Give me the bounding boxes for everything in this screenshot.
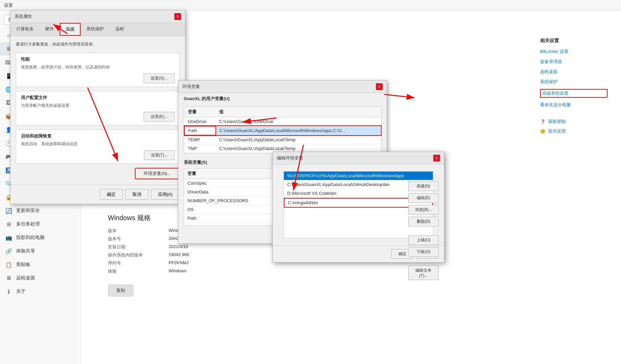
list-item[interactable]: %USERPROFILE%\AppData\Local\Microsoft\Wi… xyxy=(284,172,433,180)
table-row[interactable]: OneDrive C:\Users\GuanXL\OneDrive xyxy=(184,117,381,126)
sidebar-item-remote[interactable]: 🖥 远程桌面 xyxy=(0,271,81,285)
browse-button[interactable]: 浏览(B)... xyxy=(408,205,439,215)
sysprops-dialog: 系统属性 × 计算机名 硬件 高级 系统保护 远程 要进行大多数更改，你必须作为… xyxy=(10,10,185,204)
performance-desc: 视觉效果，处理器计划，内存使用，以及虚拟内存 xyxy=(21,64,175,70)
envvars-titlebar: 环境变量 × xyxy=(178,81,387,93)
help-label: 获取帮助 xyxy=(548,119,566,125)
sidebar-item-label: 投影到此电脑 xyxy=(16,235,45,241)
help-link[interactable]: ❓ 获取帮助 xyxy=(540,119,608,125)
admin-notice: 要进行大多数更改，你必须作为管理员登录。 xyxy=(16,41,180,47)
feedback-label: 提供反馈 xyxy=(548,128,566,134)
user-vars-col-name: 变量 xyxy=(184,107,216,117)
sysprops-title: 系统属性 xyxy=(14,13,32,20)
new-button[interactable]: 新建(N) xyxy=(408,181,439,191)
user-vars-table: 变量 值 OneDrive C:\Users\GuanXL\OneDrive P… xyxy=(184,107,381,153)
remote-desktop-link[interactable]: 远程桌面 xyxy=(540,69,608,75)
user-profiles-section: 用户配置文件 与登录帐户相关的桌面设置 设置(E)... xyxy=(16,91,180,125)
remote-icon: 🖥 xyxy=(5,275,12,281)
top-bar: 设置 xyxy=(0,0,621,11)
copy-button[interactable]: 复制 xyxy=(108,284,134,297)
user-vars-title: GuanXL 的用户变量(U) xyxy=(178,93,387,103)
sysprops-apply-button[interactable]: 应用(A) xyxy=(151,189,180,200)
user-profiles-desc: 与登录帐户相关的桌面设置 xyxy=(21,103,175,109)
sidebar-item-label: 体验共享 xyxy=(16,248,35,254)
editenv-titlebar: 编辑环境变量 × xyxy=(273,152,444,164)
sysprops-tabs: 计算机名 硬件 高级 系统保护 远程 xyxy=(10,23,185,36)
about-icon: ℹ xyxy=(5,288,12,295)
sidebar-item-multitask[interactable]: ⊞ 多任务处理 xyxy=(0,217,81,231)
share-icon: 🔗 xyxy=(5,248,12,254)
update-icon: 🔄 xyxy=(5,207,12,214)
rename-pc-link[interactable]: 重命名这台电脑 xyxy=(540,102,608,108)
user-vars-col-value: 值 xyxy=(216,107,381,117)
table-row[interactable]: TEMP C:\Users\GuanXL\AppData\Local\Temp xyxy=(184,135,381,144)
startup-settings-button[interactable]: 设置(T)... xyxy=(144,150,175,160)
tab-advanced[interactable]: 高级 xyxy=(60,23,81,36)
app-title: 设置 xyxy=(4,2,13,8)
user-profiles-title: 用户配置文件 xyxy=(21,95,175,101)
feedback-link[interactable]: 😊 提供反馈 xyxy=(540,128,608,134)
editenv-body: %USERPROFILE%\AppData\Local\Microsoft\Wi… xyxy=(273,164,444,245)
related-settings: 相关设置 BitLocker 设置 设备管理器 远程桌面 系统保护 高级系统设置… xyxy=(540,38,608,138)
startup-desc: 系统启动、系统故障和调试信息 xyxy=(21,141,175,147)
delete-button[interactable]: 删除(D) xyxy=(408,217,439,226)
feedback-icon: 😊 xyxy=(540,129,545,134)
sidebar-item-label: 剪贴板 xyxy=(16,262,30,268)
move-down-button[interactable]: 下移(O) xyxy=(408,247,439,257)
tab-hardware[interactable]: 硬件 xyxy=(39,23,60,36)
editenv-dialog: 编辑环境变量 × %USERPROFILE%\AppData\Local\Mic… xyxy=(272,152,444,263)
sidebar-item-label: 远程桌面 xyxy=(16,275,35,281)
tab-computer-name[interactable]: 计算机名 xyxy=(10,23,39,36)
related-settings-title: 相关设置 xyxy=(540,38,608,44)
tab-system-protection[interactable]: 系统保护 xyxy=(81,23,110,36)
startup-title: 启动和故障恢复 xyxy=(21,133,175,139)
bitlocker-link[interactable]: BitLocker 设置 xyxy=(540,49,608,55)
startup-section: 启动和故障恢复 系统启动、系统故障和调试信息 设置(T)... xyxy=(16,129,180,164)
sidebar-item-update[interactable]: 🔄 更新和安全 xyxy=(0,204,81,217)
sysprops-body: 要进行大多数更改，你必须作为管理员登录。 性能 视觉效果，处理器计划，内存使用，… xyxy=(10,36,185,185)
table-row-path[interactable]: Path C:\Users\GuanXL\AppData\Local\Micro… xyxy=(184,126,381,135)
move-up-button[interactable]: 上移(U) xyxy=(408,235,439,245)
user-profiles-settings-button[interactable]: 设置(E)... xyxy=(144,112,175,122)
sysprops-ok-button[interactable]: 确定 xyxy=(100,189,123,200)
sidebar-item-label: 关于 xyxy=(16,289,26,295)
sidebar-item-label: 更新和安全 xyxy=(16,208,40,214)
sysprops-cancel-button[interactable]: 取消 xyxy=(125,189,148,200)
sidebar-item-clipboard[interactable]: 📋 剪贴板 xyxy=(0,258,81,271)
project-icon: 📺 xyxy=(5,234,12,241)
user-vars-table-container: 变量 值 OneDrive C:\Users\GuanXL\OneDrive P… xyxy=(184,107,381,153)
advanced-settings-link[interactable]: 高级系统设置 xyxy=(540,89,608,98)
clipboard-icon: 📋 xyxy=(5,261,12,268)
help-icon: ❓ xyxy=(540,119,545,124)
sidebar-item-project[interactable]: 📺 投影到此电脑 xyxy=(0,231,81,244)
sysprops-close-button[interactable]: × xyxy=(174,13,181,20)
multitask-icon: ⊞ xyxy=(5,221,12,228)
performance-section: 性能 视觉效果，处理器计划，内存使用，以及虚拟内存 设置(S)... xyxy=(16,53,180,87)
editenv-close-button[interactable]: × xyxy=(433,155,440,161)
sidebar-item-label: 多任务处理 xyxy=(16,221,40,227)
envvars-title: 环境变量 xyxy=(182,84,200,90)
edit-text-button[interactable]: 编辑文本(T)... xyxy=(408,266,439,280)
sidebar-item-share[interactable]: 🔗 体验共享 xyxy=(0,244,81,258)
envvars-close-button[interactable]: × xyxy=(376,83,383,90)
sysprops-buttons: 确定 取消 应用(A) xyxy=(100,189,180,200)
editenv-title: 编辑环境变量 xyxy=(277,155,303,161)
env-vars-button[interactable]: 环境变量(N)... xyxy=(135,168,180,179)
tab-remote[interactable]: 远程 xyxy=(110,23,130,36)
performance-title: 性能 xyxy=(21,56,175,62)
sysprops-bottom: 确定 取消 应用(A) xyxy=(10,185,185,204)
performance-settings-button[interactable]: 设置(S)... xyxy=(144,73,175,83)
device-manager-link[interactable]: 设备管理器 xyxy=(540,59,608,65)
sidebar-item-about[interactable]: ℹ 关于 xyxy=(0,285,81,298)
edit-button[interactable]: 编辑(E) xyxy=(408,193,439,203)
system-protection-link[interactable]: 系统保护 xyxy=(540,79,608,85)
sysprops-titlebar: 系统属性 × xyxy=(10,10,185,23)
editenv-action-buttons: 新建(N) 编辑(E) 浏览(B)... 删除(D) 上移(U) 下移(O) 编… xyxy=(408,181,439,280)
